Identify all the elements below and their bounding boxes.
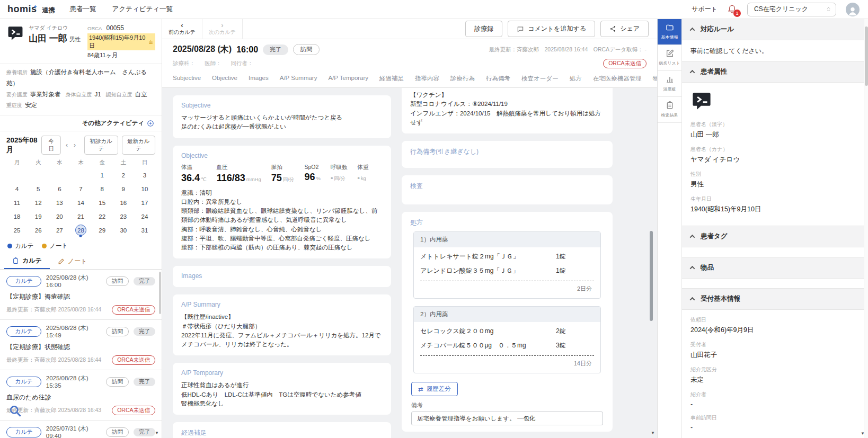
calendar-day[interactable]: 29 bbox=[92, 224, 113, 237]
calendar-day[interactable]: 28 bbox=[70, 224, 91, 237]
sidebar-section-header[interactable]: 患者属性 bbox=[682, 61, 864, 83]
add-comment-button[interactable]: コメントを追加する bbox=[508, 21, 595, 37]
timeline-entry[interactable]: カルテ2025/08/28 (木) 16:00訪問完了【定期診療】褥瘡確認最終更… bbox=[0, 270, 162, 320]
calendar-day[interactable]: 9 bbox=[113, 182, 134, 196]
keika-card[interactable]: 経過補足 メンション: bbox=[173, 422, 391, 438]
entry-title: 血尿のため往診 bbox=[6, 393, 155, 402]
calendar-day[interactable]: 31 bbox=[134, 224, 155, 237]
calendar-day[interactable]: 18 bbox=[6, 210, 28, 224]
calendar-day[interactable]: 12 bbox=[28, 196, 49, 210]
today-button[interactable]: 今日 bbox=[41, 136, 61, 155]
next-karte-button[interactable]: ›次のカルテ bbox=[202, 19, 243, 39]
kensa-card[interactable]: 検査 bbox=[402, 175, 613, 204]
calendar-day[interactable]: 22 bbox=[92, 210, 113, 224]
first-karte-button[interactable]: 初診カルテ bbox=[84, 136, 118, 155]
record-tab[interactable]: A/P Temporary bbox=[328, 75, 368, 83]
clinic-select[interactable]: CS在宅クリニック bbox=[747, 3, 836, 16]
calendar-day[interactable]: 21 bbox=[70, 210, 91, 224]
rail-item-2[interactable]: 病名リスト bbox=[658, 45, 681, 71]
calendar-prev-icon[interactable]: ‹ bbox=[65, 141, 69, 149]
calendar-day[interactable]: 15 bbox=[92, 196, 113, 210]
record-tab[interactable]: 指導内容 bbox=[415, 75, 439, 83]
app-logo[interactable]: homis + 連携 bbox=[7, 4, 55, 15]
record-tab[interactable]: 検査オーダー bbox=[521, 75, 559, 83]
calendar-day[interactable]: 14 bbox=[70, 196, 91, 210]
ap-temporary-card[interactable]: A/P Temporary 正球性貧血はあるが進行低HDL-Cあり LDL-Cは… bbox=[173, 363, 391, 415]
calendar-day[interactable]: 24 bbox=[134, 210, 155, 224]
patient-field-value: 安定 bbox=[25, 102, 37, 108]
calendar-day[interactable]: 6 bbox=[49, 182, 70, 196]
support-link[interactable]: サポート bbox=[692, 5, 718, 14]
entry-type-badge: カルテ bbox=[6, 427, 41, 437]
timeline-entry[interactable]: カルテ2025/08/28 (木) 15:35訪問完了血尿のため往診最終更新：斉… bbox=[0, 370, 162, 421]
record-tab[interactable]: 診療行為 bbox=[450, 75, 475, 83]
calendar-day[interactable]: 16 bbox=[113, 196, 134, 210]
calendar-day[interactable]: 2 bbox=[113, 168, 134, 182]
calendar-day[interactable]: 23 bbox=[113, 210, 134, 224]
share-button[interactable]: シェア bbox=[600, 21, 649, 37]
calendar-day[interactable]: 7 bbox=[70, 182, 91, 196]
patient-kana: ヤマダ イチロウ bbox=[29, 24, 83, 32]
tab-note[interactable]: ノート bbox=[50, 253, 95, 269]
tab-karte[interactable]: カルテ bbox=[4, 253, 50, 269]
prescription-card[interactable]: 処方 1）内用薬メトトレキサート錠２mg「ＪＧ」1錠アレンドロン酸錠３５mg「Ｊ… bbox=[402, 212, 613, 432]
objective-card[interactable]: Objective 体温36.4℃血圧116/83mmHg脈拍75回/分SpO2… bbox=[173, 146, 391, 259]
timeline-entry[interactable]: カルテ2025/07/31 (木) 09:40訪問完了【定期診療】状態確認最終更… bbox=[0, 421, 162, 438]
calendar-day[interactable]: 5 bbox=[28, 182, 49, 196]
calendar-day[interactable]: 4 bbox=[6, 182, 28, 196]
rx-note-input[interactable] bbox=[411, 412, 603, 425]
record-tab[interactable]: Objective bbox=[212, 75, 237, 83]
window-scrollbar-thumb[interactable] bbox=[865, 26, 868, 86]
nav-item-activities[interactable]: アクティビティ一覧 bbox=[112, 5, 173, 14]
calendar-day[interactable]: 17 bbox=[134, 196, 155, 210]
nav-item-patients[interactable]: 患者一覧 bbox=[70, 5, 96, 14]
left-scroll-down-icon[interactable]: ▼ bbox=[155, 431, 159, 435]
sidebar-section-header[interactable]: 対応ルール bbox=[682, 19, 864, 40]
record-tab[interactable]: Subjective bbox=[173, 75, 201, 83]
center-scroll-down-icon[interactable]: ▼ bbox=[651, 431, 655, 435]
images-card[interactable]: Images bbox=[173, 266, 391, 287]
medical-record-button[interactable]: 診療録 bbox=[465, 21, 502, 37]
record-tab[interactable]: 経過補足 bbox=[379, 75, 404, 83]
rail-item-4[interactable]: 検査結果 bbox=[658, 97, 681, 123]
notification-bell[interactable]: 1 bbox=[727, 4, 738, 15]
calendar-day[interactable]: 8 bbox=[92, 182, 113, 196]
window-scrollbar[interactable] bbox=[864, 19, 868, 438]
calendar-day[interactable]: 13 bbox=[49, 196, 70, 210]
subjective-card[interactable]: Subjective マッサージすると頭痛はいくらかよいが時間がたつと戻る足のむ… bbox=[173, 95, 391, 138]
calendar-day[interactable]: 26 bbox=[28, 224, 49, 237]
calendar-day[interactable]: 3 bbox=[134, 168, 155, 182]
prev-karte-button[interactable]: ‹前のカルテ bbox=[162, 19, 202, 39]
koui-bikou-card[interactable]: 行為備考(引き継ぎなし) bbox=[402, 141, 613, 168]
center-scrollbar-thumb[interactable] bbox=[650, 231, 653, 321]
calendar-day[interactable]: 11 bbox=[6, 196, 28, 210]
record-tab[interactable]: Images bbox=[249, 75, 269, 83]
timeline-entry[interactable]: カルテ2025/08/28 (木) 15:49訪問完了【定期診療】状態確認最終更… bbox=[0, 320, 162, 370]
calendar-day[interactable]: 30 bbox=[113, 224, 134, 237]
user-avatar[interactable] bbox=[846, 3, 860, 16]
sidebar-section-header[interactable]: 物品 bbox=[682, 257, 864, 279]
sidebar-section-header[interactable]: 患者タグ bbox=[682, 226, 864, 247]
calendar-day[interactable]: 27 bbox=[49, 224, 70, 237]
guidance-card[interactable]: 【ワクチン】新型コロナウイルス：⑧2024/11/19インフルエンザ：2024/… bbox=[402, 88, 613, 133]
record-tab[interactable]: 処方 bbox=[570, 75, 582, 83]
ap-summary-card[interactable]: A/P Summary 【既往歴/inactive】＃帯状疱疹（ひだり大腿部）2… bbox=[173, 294, 391, 355]
rail-item-1[interactable]: 基本情報 bbox=[658, 19, 681, 45]
calendar-day[interactable]: 20 bbox=[49, 210, 70, 224]
calendar-next-icon[interactable]: › bbox=[73, 141, 77, 149]
notification-badge: 1 bbox=[733, 10, 741, 17]
record-tab[interactable]: 在宅医療機器管理 bbox=[593, 75, 642, 83]
calendar-day[interactable]: 19 bbox=[28, 210, 49, 224]
entry-title: 【定期診療】褥瘡確認 bbox=[6, 292, 155, 301]
calendar-day[interactable]: 10 bbox=[134, 182, 155, 196]
latest-karte-button[interactable]: 最新カルテ bbox=[122, 136, 156, 155]
record-tab[interactable]: A/P Summary bbox=[280, 75, 317, 83]
calendar-day[interactable]: 25 bbox=[6, 224, 28, 237]
calendar-day[interactable]: 1 bbox=[92, 168, 113, 182]
history-diff-button[interactable]: ⇄履歴差分 bbox=[411, 382, 458, 396]
sidebar-section-header[interactable]: 受付基本情報 bbox=[682, 288, 864, 310]
record-tab[interactable]: 行為備考 bbox=[486, 75, 510, 83]
timeline-scrollbar-thumb[interactable] bbox=[159, 272, 161, 314]
rail-item-3[interactable]: 温度板 bbox=[658, 71, 681, 97]
other-activity-button[interactable]: その他アクティビティ bbox=[0, 115, 162, 131]
